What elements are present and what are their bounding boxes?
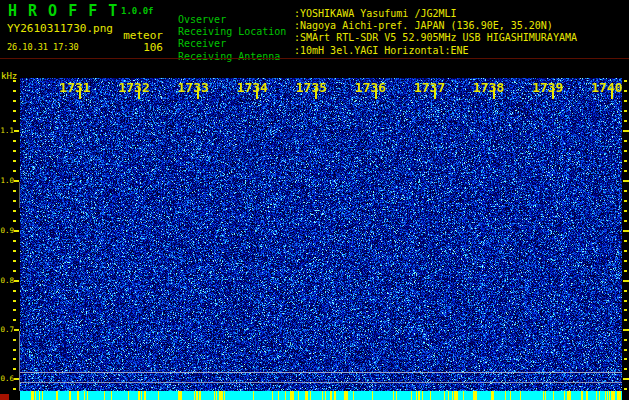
freq-minor-tick-left xyxy=(13,250,16,252)
app-version: 1.0.0f xyxy=(121,6,154,16)
freq-minor-tick-right xyxy=(624,388,627,390)
freq-tick-label: 0.8 xyxy=(0,276,14,286)
freq-minor-tick-left xyxy=(13,80,16,82)
freq-minor-tick-right xyxy=(624,90,627,92)
minute-tick xyxy=(493,88,495,99)
minute-tick xyxy=(256,88,258,99)
freq-minor-tick-left xyxy=(13,210,16,212)
freq-minor-tick-right xyxy=(624,319,627,321)
freq-minor-tick-left xyxy=(13,150,16,152)
echo-count: 106 xyxy=(143,41,163,54)
freq-tick-label: 0.7 xyxy=(0,325,14,335)
freq-minor-tick-left xyxy=(13,200,16,202)
freq-minor-tick-left xyxy=(13,190,16,192)
minute-tick xyxy=(197,88,199,99)
freq-minor-tick-left xyxy=(13,140,16,142)
freq-minor-tick-right xyxy=(624,260,627,262)
time-tick-label: 1735 xyxy=(295,80,327,95)
minute-tick xyxy=(552,88,554,99)
minute-tick xyxy=(79,88,81,99)
station-value: :10mH 3el.YAGI Horizontal:ENE xyxy=(294,45,469,56)
spectrogram-canvas xyxy=(20,78,622,391)
freq-minor-tick-left xyxy=(13,270,16,272)
hrofft-screen: H R O F F T 1.0.0f YY2610311730.png mete… xyxy=(0,0,629,400)
station-row: Receiving Antenna:10mH 3el.YAGI Horizont… xyxy=(178,45,280,64)
freq-major-tick-right xyxy=(623,230,629,232)
freq-minor-tick-right xyxy=(624,250,627,252)
freq-tick-label: 0.6 xyxy=(0,374,14,384)
freq-minor-tick-left xyxy=(13,260,16,262)
time-tick-label: 1733 xyxy=(177,80,209,95)
freq-major-tick-left xyxy=(14,130,19,132)
freq-minor-tick-right xyxy=(624,270,627,272)
reference-line-lower xyxy=(20,382,622,383)
freq-minor-tick-right xyxy=(624,368,627,370)
freq-minor-tick-right xyxy=(624,160,627,162)
freq-major-tick-right xyxy=(623,329,629,331)
reference-line-upper xyxy=(20,372,622,373)
freq-minor-tick-left xyxy=(13,220,16,222)
station-value: :Nagoya Aichi-pref. JAPAN (136.90E, 35.2… xyxy=(294,20,553,31)
time-tick-label: 1731 xyxy=(59,80,91,95)
freq-minor-tick-right xyxy=(624,349,627,351)
freq-minor-tick-right xyxy=(624,210,627,212)
minute-tick xyxy=(375,88,377,99)
freq-minor-tick-left xyxy=(13,319,16,321)
freq-minor-tick-left xyxy=(13,110,16,112)
freq-minor-tick-left xyxy=(13,120,16,122)
minute-tick xyxy=(315,88,317,99)
freq-minor-tick-left xyxy=(13,300,16,302)
activity-bar-canvas xyxy=(20,391,622,400)
freq-minor-tick-left xyxy=(13,358,16,360)
freq-minor-tick-left xyxy=(13,349,16,351)
freq-tick-label: 1.1 xyxy=(0,126,14,136)
freq-minor-tick-right xyxy=(624,170,627,172)
time-tick-label: 1737 xyxy=(414,80,446,95)
freq-minor-tick-right xyxy=(624,220,627,222)
output-filename: YY2610311730.png xyxy=(7,22,113,35)
freq-minor-tick-left xyxy=(13,368,16,370)
freq-tick-label: 1.0 xyxy=(0,176,14,186)
freq-minor-tick-right xyxy=(624,300,627,302)
freq-minor-tick-right xyxy=(624,240,627,242)
station-value: :SMArt RTL-SDR V5 52.905MHz USB HIGASHIM… xyxy=(294,32,577,43)
app-title: H R O F F T xyxy=(8,2,118,20)
station-label: Receiving Antenna xyxy=(178,51,280,62)
freq-minor-tick-right xyxy=(624,140,627,142)
freq-minor-tick-left xyxy=(13,388,16,390)
freq-minor-tick-left xyxy=(13,290,16,292)
time-tick-label: 1736 xyxy=(355,80,387,95)
freq-major-tick-left xyxy=(14,280,19,282)
freq-major-tick-right xyxy=(623,130,629,132)
freq-minor-tick-right xyxy=(624,80,627,82)
freq-minor-tick-right xyxy=(624,290,627,292)
freq-tick-label: 0.9 xyxy=(0,226,14,236)
corner-marker xyxy=(0,394,9,400)
station-value: :YOSHIKAWA Yasufumi /JG2MLI xyxy=(294,8,457,19)
time-tick-label: 1734 xyxy=(236,80,268,95)
freq-minor-tick-right xyxy=(624,190,627,192)
freq-minor-tick-right xyxy=(624,200,627,202)
capture-datetime: 26.10.31 17:30 xyxy=(7,42,79,52)
header-separator-line xyxy=(0,58,629,59)
minute-tick xyxy=(138,88,140,99)
time-tick-label: 1732 xyxy=(118,80,150,95)
freq-minor-tick-right xyxy=(624,110,627,112)
minute-tick xyxy=(611,88,613,99)
time-tick-label: 1739 xyxy=(532,80,564,95)
time-tick-label: 1738 xyxy=(473,80,505,95)
freq-minor-tick-right xyxy=(624,358,627,360)
freq-major-tick-right xyxy=(623,180,629,182)
left-edge-signal-line xyxy=(19,331,20,391)
freq-minor-tick-right xyxy=(624,100,627,102)
minute-tick xyxy=(434,88,436,99)
freq-minor-tick-right xyxy=(624,120,627,122)
time-tick-label: 1740 xyxy=(591,80,623,95)
freq-minor-tick-left xyxy=(13,309,16,311)
freq-major-tick-right xyxy=(623,280,629,282)
freq-minor-tick-left xyxy=(13,240,16,242)
freq-minor-tick-right xyxy=(624,339,627,341)
left-edge-signal-line xyxy=(19,182,20,208)
freq-minor-tick-left xyxy=(13,100,16,102)
freq-minor-tick-right xyxy=(624,150,627,152)
